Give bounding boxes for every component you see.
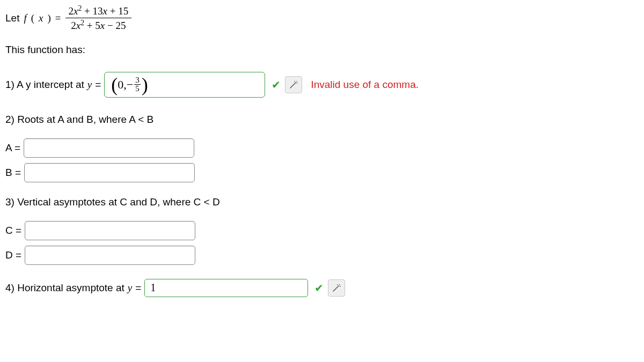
checkmark-icon: ✔ xyxy=(314,282,324,294)
q3-d-row: D = xyxy=(5,246,639,265)
q1-answer-box[interactable]: ( 0,− 3 5 ) xyxy=(104,72,265,98)
q3-input-c[interactable] xyxy=(25,221,195,240)
let-prefix: Let xyxy=(5,12,19,24)
q4-label-post: = xyxy=(135,282,141,294)
den-const: − 25 xyxy=(105,20,126,32)
q1-error-message: Invalid use of a comma. xyxy=(311,79,419,91)
q3-label-c: C = xyxy=(5,225,21,237)
rational-fraction: 2x2 + 13x + 15 2x2 + 5x − 25 xyxy=(65,4,132,32)
q1-label-post: = xyxy=(95,79,101,91)
q3-c-row: C = xyxy=(5,221,639,240)
wand-icon xyxy=(332,283,341,293)
svg-point-1 xyxy=(338,285,339,286)
q3-input-d[interactable] xyxy=(25,246,195,265)
num-mid: + 13 xyxy=(82,5,103,17)
checkmark-icon: ✔ xyxy=(272,78,281,91)
q2-label-b: B = xyxy=(5,167,21,179)
question-4-row: 4) Horizontal asymptote at y = 1 ✔ xyxy=(5,279,639,297)
format-tool-button[interactable] xyxy=(328,279,345,297)
q4-label-pre: 4) Horizontal asymptote at xyxy=(5,282,125,294)
q1-frac-num: 3 xyxy=(134,76,141,85)
fn-f: f xyxy=(24,12,26,24)
function-definition: Let f (x) = 2x2 + 13x + 15 2x2 + 5x − 25 xyxy=(5,4,639,32)
q1-ans-zero: 0 xyxy=(118,78,123,92)
q2-label-a: A = xyxy=(5,142,20,154)
num-x: x xyxy=(103,5,107,17)
question-1-row: 1) A y intercept at y= ( 0,− 3 5 ) ✔ Inv… xyxy=(5,72,639,98)
q3-label-d: D = xyxy=(5,249,21,261)
format-tool-button[interactable] xyxy=(285,76,302,93)
equals: = xyxy=(55,12,61,24)
q4-var-y: y xyxy=(128,282,132,294)
q1-ans-frac: 3 5 xyxy=(134,76,141,93)
q1-label-pre: 1) A y intercept at xyxy=(5,79,84,91)
q4-answer-box[interactable]: 1 xyxy=(144,279,308,297)
fn-arg: x xyxy=(39,12,43,24)
rparen-icon: ) xyxy=(142,75,148,94)
q2-label: 2) Roots at A and B, where A < B xyxy=(5,114,639,125)
q3-label: 3) Vertical asymptotes at C and D, where… xyxy=(5,196,639,208)
intro-text: This function has: xyxy=(5,44,639,56)
den-coef1: 2 xyxy=(71,20,76,32)
q1-var-y: y xyxy=(87,79,92,91)
q2-b-row: B = xyxy=(5,163,639,182)
q1-frac-den: 5 xyxy=(134,85,141,93)
lparen-icon: ( xyxy=(111,75,118,94)
paren-close: ) xyxy=(47,12,50,24)
q2-a-row: A = xyxy=(5,138,639,158)
den-x2: x xyxy=(76,20,80,32)
num-coef1: 2 xyxy=(69,5,74,17)
den-x: x xyxy=(100,20,105,32)
q4-answer-value: 1 xyxy=(150,282,156,294)
q2-input-b[interactable] xyxy=(24,163,195,182)
q2-input-a[interactable] xyxy=(24,138,194,158)
num-const: + 15 xyxy=(107,5,128,17)
q1-ans-minus: − xyxy=(127,78,133,92)
wand-icon xyxy=(289,80,298,90)
paren-open: ( xyxy=(31,12,34,24)
svg-point-0 xyxy=(295,82,296,83)
den-mid: + 5 xyxy=(84,20,100,32)
